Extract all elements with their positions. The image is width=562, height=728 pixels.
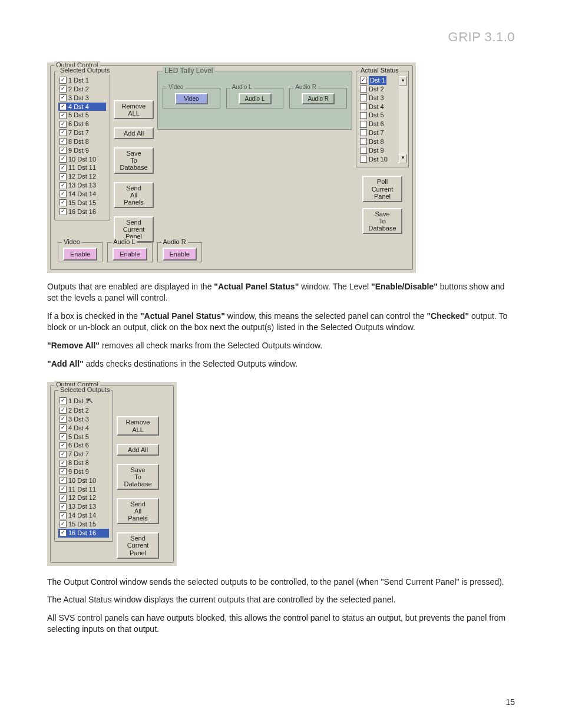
output-checkbox-row[interactable]: 2 Dst 2 [58, 406, 109, 415]
enable-button[interactable]: Enable [113, 248, 147, 261]
status-checkbox-row[interactable]: Dst 9 [359, 146, 399, 155]
checkbox-icon[interactable] [360, 129, 367, 136]
checkbox-icon[interactable] [360, 121, 367, 128]
output-checkbox-row[interactable]: 8 Dst 8 [58, 459, 109, 467]
checkbox-icon[interactable] [59, 503, 67, 510]
output-checkbox-row[interactable]: 8 Dst 8 [58, 137, 106, 146]
output-checkbox-row[interactable]: 4 Dst 4 [58, 424, 109, 433]
checkbox-icon[interactable] [59, 173, 67, 180]
status-checkbox-row[interactable]: Dst 2 [359, 85, 399, 94]
send-all-panels-button[interactable]: Send All Panels [117, 498, 159, 524]
output-checkbox-row[interactable]: 5 Dst 5 [58, 111, 106, 120]
output-checkbox-row[interactable]: 6 Dst 6 [58, 441, 109, 450]
output-checkbox-row[interactable]: 13 Dst 13 [58, 502, 109, 511]
checkbox-icon[interactable] [59, 468, 67, 475]
output-checkbox-row[interactable]: 7 Dst 7 [58, 450, 109, 459]
output-checkbox-row[interactable]: 12 Dst 12 [58, 493, 109, 502]
checkbox-icon[interactable] [59, 512, 67, 519]
output-checkbox-row[interactable]: 11 Dst 11 [58, 485, 109, 494]
send-all-panels-button[interactable]: Send All Panels [114, 182, 154, 208]
enable-button[interactable]: Enable [63, 248, 97, 261]
save-to-database-button[interactable]: Save To Database [117, 464, 159, 490]
save-to-database-button[interactable]: Save To Database [114, 147, 154, 173]
checkbox-icon[interactable] [59, 112, 67, 119]
checkbox-icon[interactable] [59, 85, 67, 93]
checkbox-icon[interactable] [59, 477, 67, 484]
checkbox-icon[interactable] [59, 416, 67, 423]
checkbox-icon[interactable] [59, 199, 67, 206]
output-checkbox-row[interactable]: 5 Dst 5 [58, 433, 109, 442]
status-checkbox-row[interactable]: Dst 7 [359, 129, 399, 137]
status-checkbox-row[interactable]: Dst 4 [359, 103, 399, 111]
checkbox-icon[interactable] [360, 112, 367, 119]
checkbox-icon[interactable] [59, 451, 67, 458]
checkbox-icon[interactable] [59, 460, 67, 467]
output-checkbox-row[interactable]: 13 Dst 13 [58, 181, 106, 190]
output-checkbox-row[interactable]: 11 Dst 11 [58, 163, 106, 172]
led-level-button[interactable]: Audio L [239, 93, 272, 104]
checkbox-icon[interactable] [59, 156, 67, 163]
output-checkbox-row[interactable]: 9 Dst 9 [58, 467, 109, 476]
checkbox-icon[interactable] [59, 164, 67, 172]
checkbox-icon[interactable] [59, 94, 67, 101]
output-checkbox-row[interactable]: 6 Dst 6 [58, 120, 106, 129]
checkbox-icon[interactable] [59, 129, 67, 136]
checkbox-icon[interactable] [59, 407, 67, 414]
checkbox-icon[interactable] [59, 397, 67, 404]
status-checkbox-row[interactable]: Dst 5 [359, 111, 399, 120]
checkbox-icon[interactable] [59, 442, 67, 449]
poll-current-panel-button[interactable]: Poll Current Panel [362, 176, 402, 202]
checkbox-icon[interactable] [59, 190, 67, 197]
output-checkbox-row[interactable]: 10 Dst 10 [58, 476, 109, 485]
checkbox-icon[interactable] [59, 495, 67, 502]
output-checkbox-row[interactable]: 16 Dst 16 [58, 529, 109, 538]
checkbox-icon[interactable] [360, 85, 367, 93]
output-checkbox-row[interactable]: 12 Dst 12 [58, 172, 106, 181]
checkbox-icon[interactable] [360, 94, 367, 101]
checkbox-icon[interactable] [59, 103, 67, 110]
checkbox-icon[interactable] [59, 424, 67, 431]
checkbox-icon[interactable] [59, 147, 67, 154]
checkbox-icon[interactable] [59, 208, 67, 215]
output-checkbox-row[interactable]: 7 Dst 7 [58, 129, 106, 137]
output-checkbox-row[interactable]: 9 Dst 9 [58, 146, 106, 155]
checkbox-icon[interactable] [59, 486, 67, 493]
output-checkbox-row[interactable]: 15 Dst 15 [58, 199, 106, 207]
checkbox-icon[interactable] [59, 77, 67, 84]
checkbox-icon[interactable] [360, 156, 367, 163]
remove-all-button[interactable]: Remove ALL [114, 100, 154, 119]
output-checkbox-row[interactable]: 10 Dst 10 [58, 155, 106, 164]
checkbox-icon[interactable] [59, 121, 67, 128]
checkbox-icon[interactable] [59, 521, 67, 528]
led-level-button[interactable]: Video [175, 93, 208, 104]
output-checkbox-row[interactable]: 14 Dst 14 [58, 190, 106, 199]
checkbox-icon[interactable] [360, 77, 367, 84]
checkbox-icon[interactable] [360, 147, 367, 154]
scroll-up-icon[interactable]: ▲ [399, 76, 407, 85]
checkbox-icon[interactable] [59, 182, 67, 189]
checkbox-icon[interactable] [59, 433, 67, 440]
checkbox-icon[interactable] [360, 103, 367, 110]
status-checkbox-row[interactable]: Dst 1 [359, 76, 399, 85]
status-scrollbar[interactable]: ▲ ▼ [399, 76, 407, 163]
status-checkbox-row[interactable]: Dst 6 [359, 120, 399, 129]
status-checkbox-row[interactable]: Dst 10 [359, 155, 399, 164]
output-checkbox-row[interactable]: 3 Dst 3 [58, 415, 109, 424]
send-current-panel-button[interactable]: Send Current Panel [117, 532, 159, 558]
output-checkbox-row[interactable]: 2 Dst 2 [58, 85, 106, 94]
output-checkbox-row[interactable]: 4 Dst 4 [58, 103, 106, 111]
add-all-button[interactable]: Add All [117, 444, 159, 456]
checkbox-icon[interactable] [59, 529, 67, 536]
output-checkbox-row[interactable]: 3 Dst 3 [58, 94, 106, 103]
add-all-button[interactable]: Add All [114, 127, 154, 139]
output-checkbox-row[interactable]: 15 Dst 15 [58, 520, 109, 529]
status-checkbox-row[interactable]: Dst 3 [359, 94, 399, 103]
save-to-database-button-2[interactable]: Save To Database [362, 208, 402, 234]
led-level-button[interactable]: Audio R [302, 93, 335, 104]
output-checkbox-row[interactable]: 16 Dst 16 [58, 207, 106, 216]
checkbox-icon[interactable] [360, 138, 367, 145]
output-checkbox-row[interactable]: 1 Dst 1↖ [58, 396, 109, 406]
output-checkbox-row[interactable]: 14 Dst 14 [58, 511, 109, 520]
remove-all-button[interactable]: Remove ALL [117, 416, 159, 435]
checkbox-icon[interactable] [59, 138, 67, 145]
